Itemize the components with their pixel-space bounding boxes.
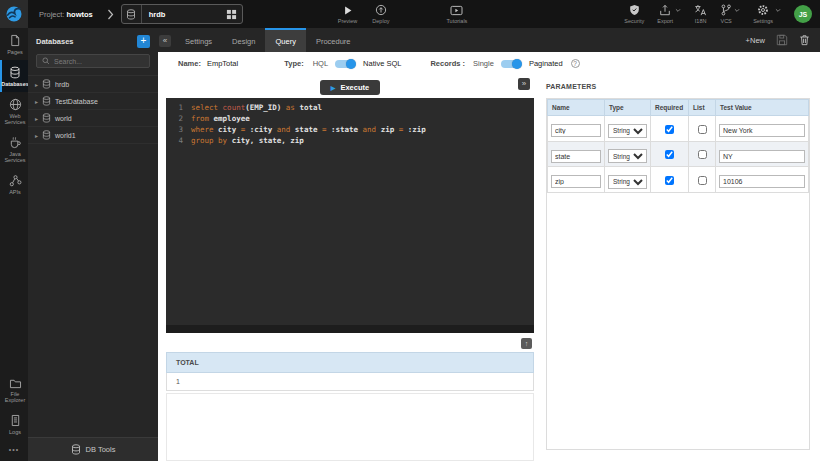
tab-actions: +New [746, 34, 820, 46]
param-test-value-input[interactable] [719, 175, 805, 188]
wavemaker-logo[interactable] [0, 0, 28, 28]
tutorials-button[interactable]: Tutorials [446, 5, 467, 24]
expand-caret-icon[interactable]: ▸ [35, 98, 38, 105]
database-search[interactable] [36, 54, 150, 68]
tab-settings[interactable]: Settings [175, 28, 222, 52]
expand-parameters-button[interactable]: » [518, 78, 530, 90]
expand-caret-icon[interactable]: ▸ [35, 132, 38, 139]
database-search-input[interactable] [54, 58, 144, 65]
preview-button[interactable]: Preview [338, 5, 358, 24]
database-list: ▸ hrdb ▸ TestDatabase ▸ world ▸ world1 [28, 75, 158, 144]
databases-panel-header: Databases + [28, 28, 158, 54]
execute-button[interactable]: ▶ Execute [320, 80, 380, 95]
export-label: Export [657, 18, 673, 24]
col-name: Name [548, 100, 605, 116]
param-required-checkbox[interactable] [665, 125, 674, 134]
expand-caret-icon[interactable]: ▸ [35, 115, 38, 122]
database-tree-item[interactable]: ▸ world [28, 110, 158, 127]
type-option-hql[interactable]: HQL [313, 59, 328, 68]
project-name: howtos [67, 10, 93, 19]
user-avatar[interactable]: JS [794, 5, 812, 23]
tab-query[interactable]: Query [265, 28, 305, 52]
parameter-row: String [548, 116, 809, 142]
param-list-checkbox[interactable] [698, 125, 707, 134]
pages-icon [9, 34, 21, 47]
query-name-value[interactable]: EmpTotal [207, 59, 238, 68]
sidebar-item-label: APIs [9, 189, 21, 195]
sidebar-item-web-services[interactable]: Web Services [0, 92, 28, 130]
delete-icon[interactable] [799, 34, 810, 46]
code-text: from employee [191, 113, 250, 124]
sidebar-item-label: Databases [1, 81, 29, 87]
code-text: group by city, state, zip [191, 135, 304, 146]
database-selector[interactable]: hrdb [121, 4, 243, 24]
param-test-value-input[interactable] [719, 124, 805, 137]
records-toggle[interactable] [501, 60, 521, 68]
results-empty-area [166, 393, 534, 461]
param-type-select[interactable]: String [608, 175, 647, 189]
help-icon[interactable]: ? [571, 59, 580, 68]
database-tree-item[interactable]: ▸ world1 [28, 127, 158, 144]
collapse-panel-button[interactable]: « [159, 35, 171, 47]
tab-design[interactable]: Design [222, 28, 265, 52]
new-query-button[interactable]: +New [746, 36, 765, 45]
project-label: Project: [39, 10, 64, 19]
sidebar-item-databases[interactable]: Databases [0, 60, 28, 92]
database-icon [42, 96, 51, 106]
deploy-button[interactable]: Deploy [372, 4, 389, 24]
tab-procedure[interactable]: Procedure [306, 28, 361, 52]
type-option-native-sql[interactable]: Native SQL [363, 59, 401, 68]
type-label: Type: [284, 59, 303, 68]
wavemaker-logo-icon [5, 5, 23, 23]
sql-editor[interactable]: 1 select count(EMP_ID) as total 2 from e… [166, 98, 534, 333]
database-tree-item[interactable]: ▸ TestDatabase [28, 93, 158, 110]
sidebar-item-file-explorer[interactable]: File Explorer [0, 372, 28, 408]
chevron-down-icon [675, 8, 681, 13]
app-grid-icon[interactable] [226, 9, 242, 20]
param-list-checkbox[interactable] [698, 150, 707, 159]
vcs-button[interactable]: VCS [720, 4, 740, 24]
param-name-input[interactable] [551, 175, 601, 188]
save-icon[interactable] [776, 34, 788, 46]
param-test-value-input[interactable] [719, 150, 805, 163]
code-line: 3 where city = :city and state = :state … [171, 124, 534, 135]
database-icon [42, 130, 51, 140]
param-required-checkbox[interactable] [665, 176, 674, 185]
chevron-down-icon [734, 8, 740, 13]
param-required-checkbox[interactable] [665, 150, 674, 159]
settings-button[interactable]: Settings [753, 4, 781, 24]
database-name: world1 [55, 132, 76, 139]
database-tree-item[interactable]: ▸ hrdb [28, 76, 158, 93]
add-database-button[interactable]: + [137, 35, 150, 48]
sidebar-item-apis[interactable]: APIs [0, 168, 28, 200]
database-name: world [55, 115, 72, 122]
toggle-knob [346, 59, 356, 69]
name-label: Name: [178, 59, 201, 68]
records-option-paginated[interactable]: Paginated [529, 59, 563, 68]
deploy-label: Deploy [372, 18, 389, 24]
param-name-input[interactable] [551, 150, 601, 163]
sidebar-item-pages[interactable]: Pages [0, 28, 28, 60]
i18n-button[interactable]: I18N [694, 4, 707, 24]
db-tools-button[interactable]: DB Tools [28, 437, 158, 461]
type-toggle[interactable] [335, 60, 355, 68]
database-icon [42, 79, 51, 89]
database-icon [122, 5, 142, 23]
export-button[interactable]: Export [657, 4, 681, 24]
vcs-label: VCS [720, 18, 731, 24]
param-name-input[interactable] [551, 124, 601, 137]
branch-icon [720, 4, 732, 16]
param-type-select[interactable]: String [608, 149, 647, 163]
gear-icon [757, 4, 769, 16]
records-option-single[interactable]: Single [473, 59, 494, 68]
more-options-icon[interactable]: ••• [0, 440, 28, 461]
sidebar-item-logs[interactable]: Logs [0, 408, 28, 440]
sidebar-item-java-services[interactable]: Java Services [0, 130, 28, 168]
expand-caret-icon[interactable]: ▸ [35, 81, 38, 88]
parameter-row: String [548, 141, 809, 167]
param-type-select[interactable]: String [608, 124, 647, 138]
collapse-results-button[interactable]: ↑ [521, 338, 532, 349]
parameter-row: String [548, 167, 809, 193]
security-button[interactable]: Security [624, 4, 644, 24]
param-list-checkbox[interactable] [698, 176, 707, 185]
